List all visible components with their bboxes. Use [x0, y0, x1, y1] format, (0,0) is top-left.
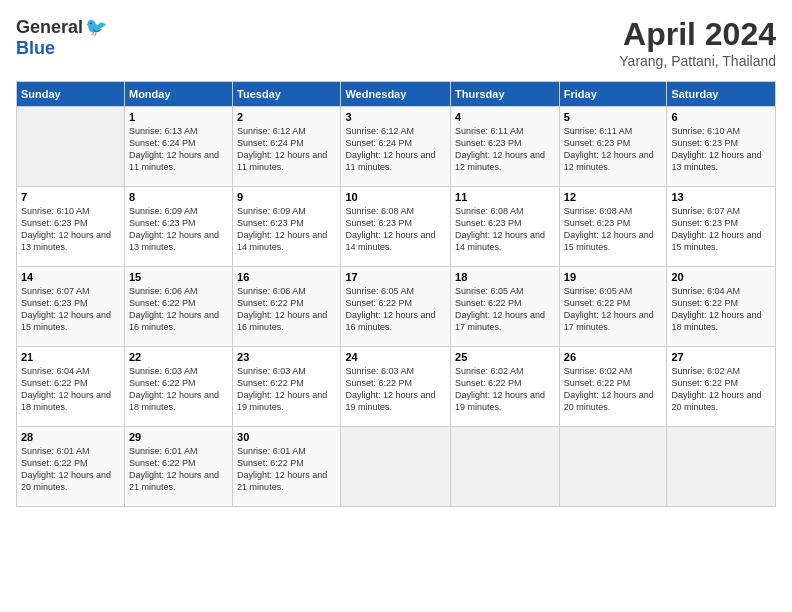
day-number: 27 [671, 351, 771, 363]
day-number: 16 [237, 271, 336, 283]
day-number: 5 [564, 111, 663, 123]
calendar-cell: 4Sunrise: 6:11 AMSunset: 6:23 PMDaylight… [451, 107, 560, 187]
day-info: Sunrise: 6:13 AMSunset: 6:24 PMDaylight:… [129, 125, 228, 174]
calendar-cell: 16Sunrise: 6:06 AMSunset: 6:22 PMDayligh… [233, 267, 341, 347]
calendar-cell: 22Sunrise: 6:03 AMSunset: 6:22 PMDayligh… [124, 347, 232, 427]
day-info: Sunrise: 6:12 AMSunset: 6:24 PMDaylight:… [345, 125, 446, 174]
calendar-table: SundayMondayTuesdayWednesdayThursdayFrid… [16, 81, 776, 507]
logo-bird-icon: 🐦 [85, 16, 107, 38]
day-info: Sunrise: 6:03 AMSunset: 6:22 PMDaylight:… [345, 365, 446, 414]
column-header-friday: Friday [559, 82, 667, 107]
day-info: Sunrise: 6:09 AMSunset: 6:23 PMDaylight:… [237, 205, 336, 254]
column-header-saturday: Saturday [667, 82, 776, 107]
day-number: 26 [564, 351, 663, 363]
calendar-cell: 29Sunrise: 6:01 AMSunset: 6:22 PMDayligh… [124, 427, 232, 507]
day-number: 14 [21, 271, 120, 283]
week-row-1: 1Sunrise: 6:13 AMSunset: 6:24 PMDaylight… [17, 107, 776, 187]
column-header-wednesday: Wednesday [341, 82, 451, 107]
calendar-cell: 19Sunrise: 6:05 AMSunset: 6:22 PMDayligh… [559, 267, 667, 347]
column-header-sunday: Sunday [17, 82, 125, 107]
column-header-monday: Monday [124, 82, 232, 107]
calendar-cell: 15Sunrise: 6:06 AMSunset: 6:22 PMDayligh… [124, 267, 232, 347]
day-info: Sunrise: 6:07 AMSunset: 6:23 PMDaylight:… [671, 205, 771, 254]
calendar-cell: 2Sunrise: 6:12 AMSunset: 6:24 PMDaylight… [233, 107, 341, 187]
calendar-cell: 1Sunrise: 6:13 AMSunset: 6:24 PMDaylight… [124, 107, 232, 187]
day-info: Sunrise: 6:02 AMSunset: 6:22 PMDaylight:… [564, 365, 663, 414]
day-info: Sunrise: 6:05 AMSunset: 6:22 PMDaylight:… [345, 285, 446, 334]
day-number: 30 [237, 431, 336, 443]
calendar-cell: 10Sunrise: 6:08 AMSunset: 6:23 PMDayligh… [341, 187, 451, 267]
month-title: April 2024 [619, 16, 776, 53]
calendar-cell [559, 427, 667, 507]
calendar-cell: 14Sunrise: 6:07 AMSunset: 6:23 PMDayligh… [17, 267, 125, 347]
day-number: 3 [345, 111, 446, 123]
day-number: 21 [21, 351, 120, 363]
day-number: 4 [455, 111, 555, 123]
calendar-cell: 6Sunrise: 6:10 AMSunset: 6:23 PMDaylight… [667, 107, 776, 187]
week-row-3: 14Sunrise: 6:07 AMSunset: 6:23 PMDayligh… [17, 267, 776, 347]
calendar-cell: 9Sunrise: 6:09 AMSunset: 6:23 PMDaylight… [233, 187, 341, 267]
day-number: 1 [129, 111, 228, 123]
day-info: Sunrise: 6:12 AMSunset: 6:24 PMDaylight:… [237, 125, 336, 174]
calendar-cell: 21Sunrise: 6:04 AMSunset: 6:22 PMDayligh… [17, 347, 125, 427]
day-number: 12 [564, 191, 663, 203]
day-number: 20 [671, 271, 771, 283]
day-info: Sunrise: 6:06 AMSunset: 6:22 PMDaylight:… [237, 285, 336, 334]
calendar-cell [667, 427, 776, 507]
title-block: April 2024 Yarang, Pattani, Thailand [619, 16, 776, 69]
logo-general-text: General [16, 17, 83, 38]
day-number: 7 [21, 191, 120, 203]
day-info: Sunrise: 6:10 AMSunset: 6:23 PMDaylight:… [671, 125, 771, 174]
day-info: Sunrise: 6:08 AMSunset: 6:23 PMDaylight:… [345, 205, 446, 254]
calendar-cell: 27Sunrise: 6:02 AMSunset: 6:22 PMDayligh… [667, 347, 776, 427]
day-info: Sunrise: 6:06 AMSunset: 6:22 PMDaylight:… [129, 285, 228, 334]
day-number: 6 [671, 111, 771, 123]
calendar-cell: 23Sunrise: 6:03 AMSunset: 6:22 PMDayligh… [233, 347, 341, 427]
calendar-cell: 11Sunrise: 6:08 AMSunset: 6:23 PMDayligh… [451, 187, 560, 267]
calendar-cell [451, 427, 560, 507]
calendar-cell: 18Sunrise: 6:05 AMSunset: 6:22 PMDayligh… [451, 267, 560, 347]
calendar-cell: 5Sunrise: 6:11 AMSunset: 6:23 PMDaylight… [559, 107, 667, 187]
day-info: Sunrise: 6:03 AMSunset: 6:22 PMDaylight:… [237, 365, 336, 414]
column-header-thursday: Thursday [451, 82, 560, 107]
day-info: Sunrise: 6:02 AMSunset: 6:22 PMDaylight:… [455, 365, 555, 414]
day-info: Sunrise: 6:11 AMSunset: 6:23 PMDaylight:… [455, 125, 555, 174]
calendar-cell: 24Sunrise: 6:03 AMSunset: 6:22 PMDayligh… [341, 347, 451, 427]
day-info: Sunrise: 6:05 AMSunset: 6:22 PMDaylight:… [564, 285, 663, 334]
calendar-cell: 25Sunrise: 6:02 AMSunset: 6:22 PMDayligh… [451, 347, 560, 427]
calendar-cell: 12Sunrise: 6:08 AMSunset: 6:23 PMDayligh… [559, 187, 667, 267]
day-number: 8 [129, 191, 228, 203]
week-row-2: 7Sunrise: 6:10 AMSunset: 6:23 PMDaylight… [17, 187, 776, 267]
calendar-cell: 17Sunrise: 6:05 AMSunset: 6:22 PMDayligh… [341, 267, 451, 347]
day-info: Sunrise: 6:01 AMSunset: 6:22 PMDaylight:… [129, 445, 228, 494]
day-number: 24 [345, 351, 446, 363]
calendar-cell: 30Sunrise: 6:01 AMSunset: 6:22 PMDayligh… [233, 427, 341, 507]
page-header: General 🐦 Blue April 2024 Yarang, Pattan… [16, 16, 776, 69]
day-number: 22 [129, 351, 228, 363]
calendar-cell [341, 427, 451, 507]
week-row-5: 28Sunrise: 6:01 AMSunset: 6:22 PMDayligh… [17, 427, 776, 507]
logo-blue-text: Blue [16, 38, 55, 59]
day-info: Sunrise: 6:08 AMSunset: 6:23 PMDaylight:… [564, 205, 663, 254]
calendar-cell: 3Sunrise: 6:12 AMSunset: 6:24 PMDaylight… [341, 107, 451, 187]
day-number: 10 [345, 191, 446, 203]
day-info: Sunrise: 6:09 AMSunset: 6:23 PMDaylight:… [129, 205, 228, 254]
day-info: Sunrise: 6:01 AMSunset: 6:22 PMDaylight:… [237, 445, 336, 494]
calendar-cell: 20Sunrise: 6:04 AMSunset: 6:22 PMDayligh… [667, 267, 776, 347]
calendar-cell: 28Sunrise: 6:01 AMSunset: 6:22 PMDayligh… [17, 427, 125, 507]
column-header-tuesday: Tuesday [233, 82, 341, 107]
day-info: Sunrise: 6:01 AMSunset: 6:22 PMDaylight:… [21, 445, 120, 494]
day-info: Sunrise: 6:10 AMSunset: 6:23 PMDaylight:… [21, 205, 120, 254]
day-info: Sunrise: 6:11 AMSunset: 6:23 PMDaylight:… [564, 125, 663, 174]
day-number: 19 [564, 271, 663, 283]
calendar-header-row: SundayMondayTuesdayWednesdayThursdayFrid… [17, 82, 776, 107]
day-number: 9 [237, 191, 336, 203]
calendar-cell: 26Sunrise: 6:02 AMSunset: 6:22 PMDayligh… [559, 347, 667, 427]
day-number: 28 [21, 431, 120, 443]
day-info: Sunrise: 6:03 AMSunset: 6:22 PMDaylight:… [129, 365, 228, 414]
logo: General 🐦 Blue [16, 16, 107, 59]
calendar-cell: 8Sunrise: 6:09 AMSunset: 6:23 PMDaylight… [124, 187, 232, 267]
day-number: 17 [345, 271, 446, 283]
day-number: 2 [237, 111, 336, 123]
calendar-body: 1Sunrise: 6:13 AMSunset: 6:24 PMDaylight… [17, 107, 776, 507]
